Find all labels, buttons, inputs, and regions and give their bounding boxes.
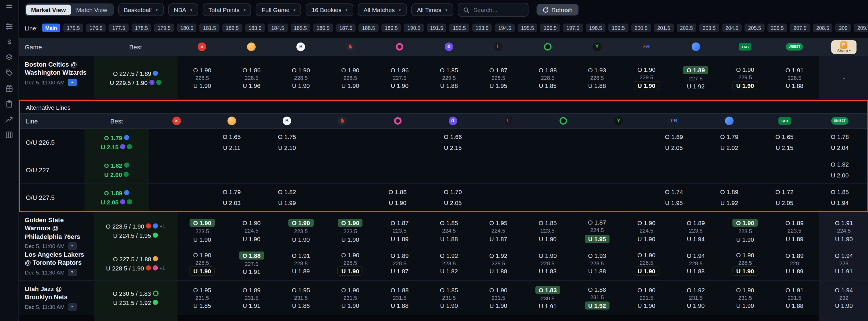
odds-cell[interactable]: O 1.90228.5U 1.90 [622,246,671,280]
odds-cell[interactable]: O 1.87223.5U 1.89 [375,212,424,250]
odds-cell[interactable]: O 1.86227.5U 1.90 [375,56,424,99]
odds-cell[interactable]: O 1.87228.5U 1.95 [474,56,523,99]
odds-cell[interactable]: O 1.90228.5U 1.83 [523,246,572,280]
line-chip-189.5[interactable]: 189.5 [381,24,401,32]
refresh-button[interactable]: Refresh [536,4,579,15]
odds-cell[interactable]: O 1.86U 1.90 [370,184,425,211]
odds-cell[interactable]: O 1.85229.5U 1.88 [424,56,474,99]
odds-cell[interactable]: O 1.85224.5U 1.88 [424,212,474,250]
layers-icon[interactable] [5,53,14,62]
times-dropdown[interactable]: All Times▾ [411,3,453,16]
market-dropdown[interactable]: Total Points▾ [203,3,251,16]
line-chip-202.5[interactable]: 202.5 [676,24,696,32]
line-chip-main[interactable]: Main [42,24,61,32]
odds-cell[interactable]: O 1.89228.5U 1.87 [375,246,424,280]
game-info[interactable]: Utah Jazz @ Brooklyn Nets Dec 5, 11:30 A… [19,281,94,315]
odds-cell[interactable]: O 1.92231.5U 1.90 [671,281,720,315]
odds-cell[interactable]: O 1.90224.5U 1.90 [622,212,671,250]
line-chip-183.5[interactable]: 183.5 [245,24,265,32]
search-input[interactable] [472,6,521,14]
odds-cell[interactable]: O 1.65U 2.11 [204,129,259,156]
odds-cell[interactable]: O 1.85223.5U 1.90 [523,212,572,250]
best-odds-cell[interactable]: O 227.5 / 1.88 U 228.5 / 1.90+1 [94,246,178,280]
best-odds-cell[interactable]: O 1.82 U 2.00 [85,156,149,183]
market-view-button[interactable]: Market View [26,5,71,15]
odds-cell[interactable]: O 1.90223.5U 1.90 [720,212,770,250]
line-chip-197.5[interactable]: 197.5 [563,24,583,32]
sport-dropdown[interactable]: Basketball▾ [118,3,163,16]
league-dropdown[interactable]: NBA▾ [168,3,198,16]
odds-cell[interactable]: O 1.65U 2.15 [757,129,812,156]
line-chip-176.5[interactable]: 176.5 [86,24,106,32]
odds-cell[interactable]: O 1.74U 1.95 [646,184,702,211]
odds-cell[interactable]: O 1.90231.5U 1.90 [326,281,375,315]
odds-cell[interactable]: O 1.69U 2.05 [646,129,702,156]
line-chip-180.5[interactable]: 180.5 [177,24,197,32]
odds-cell[interactable]: O 1.75U 2.10 [259,129,314,156]
odds-cell[interactable]: O 1.92228.5U 1.88 [474,246,523,280]
odds-cell[interactable]: O 1.91228.5U 1.89 [276,246,326,280]
line-chip-208.5[interactable]: 208.5 [813,24,833,32]
best-odds-cell[interactable]: O 1.79 U 2.15 [85,129,149,156]
line-chip-192.5[interactable]: 192.5 [450,24,469,32]
odds-cell[interactable]: O 1.95224.5U 1.87 [474,212,523,250]
line-chip-203.5[interactable]: 203.5 [699,24,719,32]
line-chip-194.5[interactable]: 194.5 [495,24,515,32]
tag-icon[interactable] [5,68,14,77]
line-chip-206.5[interactable]: 206.5 [768,24,787,32]
line-chip-207.5[interactable]: 207.5 [790,24,810,32]
odds-cell[interactable]: O 1.78U 2.04 [812,129,867,156]
expand-row-button[interactable]: ▾ [67,268,77,276]
line-chip-181.5[interactable]: 181.5 [199,24,219,32]
odds-cell[interactable]: O 1.88228.5U 1.85 [523,56,572,99]
sharp-odds-cell[interactable]: O 1.91224.5U 1.90 [819,212,868,250]
odds-cell[interactable]: O 1.90228.5U 1.90 [326,56,375,99]
odds-cell[interactable]: O 1.90223.5U 1.90 [326,212,375,250]
line-chip-187.5[interactable]: 187.5 [336,24,355,32]
odds-cell[interactable]: O 1.91231.5U 1.88 [770,281,819,315]
line-chip-193.5[interactable]: 193.5 [472,24,492,32]
line-chip-196.5[interactable]: 196.5 [540,24,560,32]
match-view-button[interactable]: Match View [71,5,112,15]
period-dropdown[interactable]: Full Game▾ [256,3,301,16]
odds-cell[interactable]: O 1.90228.5U 1.90 [720,246,770,280]
game-info[interactable]: Los Angeles Lakers @ Toronto Raptors Dec… [19,246,94,280]
best-odds-cell[interactable]: O 223.5 / 1.90+1 U 224.5 / 1.95 [94,212,178,250]
line-chip-199.5[interactable]: 199.5 [608,24,628,32]
line-chip-204.5[interactable]: 204.5 [722,24,742,32]
search-box[interactable] [458,3,528,17]
best-odds-cell[interactable]: O 227.5 / 1.89 U 229.5 / 1.90 [94,56,178,99]
line-chip-178.5[interactable]: 178.5 [131,24,151,32]
collapse-row-button[interactable]: ▴ [67,78,77,86]
line-chip-205.5[interactable]: 205.5 [744,24,764,32]
odds-cell[interactable]: O 1.92228.5U 1.82 [424,246,474,280]
odds-cell[interactable]: O 1.89227.5U 1.92 [671,56,720,99]
odds-cell[interactable]: O 1.88231.5U 1.88 [375,281,424,315]
clipboard-icon[interactable] [5,99,14,108]
sharp-odds-cell[interactable]: O 1.94232U 1.90 [819,281,868,315]
board-icon[interactable] [5,130,14,139]
line-chip-191.5[interactable]: 191.5 [427,24,447,32]
odds-cell[interactable]: O 1.88227.5U 1.91 [227,246,276,280]
odds-cell[interactable]: O 1.89231.5U 1.91 [227,281,276,315]
odds-cell[interactable]: O 1.90229.5U 1.90 [720,56,770,99]
odds-cell[interactable]: O 1.79U 2.02 [702,129,757,156]
odds-cell[interactable]: O 1.90223.5U 1.90 [178,212,227,250]
odds-cell[interactable]: O 1.89223.5U 1.94 [671,212,720,250]
odds-cell[interactable]: O 1.90228.5U 1.90 [178,246,227,280]
odds-cell[interactable]: O 1.82U 2.00 [812,156,867,183]
odds-cell[interactable]: O 1.90223.5U 1.90 [276,212,326,250]
gift-icon[interactable] [5,84,14,93]
odds-cell[interactable]: O 1.91228.5U 1.88 [770,56,819,99]
odds-cell[interactable]: O 1.85U 1.94 [812,184,867,211]
odds-cell[interactable]: O 1.89223.5U 1.89 [770,212,819,250]
best-odds-cell[interactable]: O 1.89 U 2.05 [85,184,149,211]
matches-dropdown[interactable]: All Matches▾ [358,3,407,16]
odds-cell[interactable]: O 1.88231.5U 1.92 [572,281,622,315]
line-chip-195.5[interactable]: 195.5 [518,24,537,32]
odds-cell[interactable]: O 1.79U 2.03 [204,184,259,211]
line-chip-185.5[interactable]: 185.5 [290,24,310,32]
line-chip-188.5[interactable]: 188.5 [359,24,378,32]
odds-cell[interactable]: O 1.90224.5U 1.90 [227,212,276,250]
sharp-column-header[interactable]: P Sharp▾ [819,38,868,57]
